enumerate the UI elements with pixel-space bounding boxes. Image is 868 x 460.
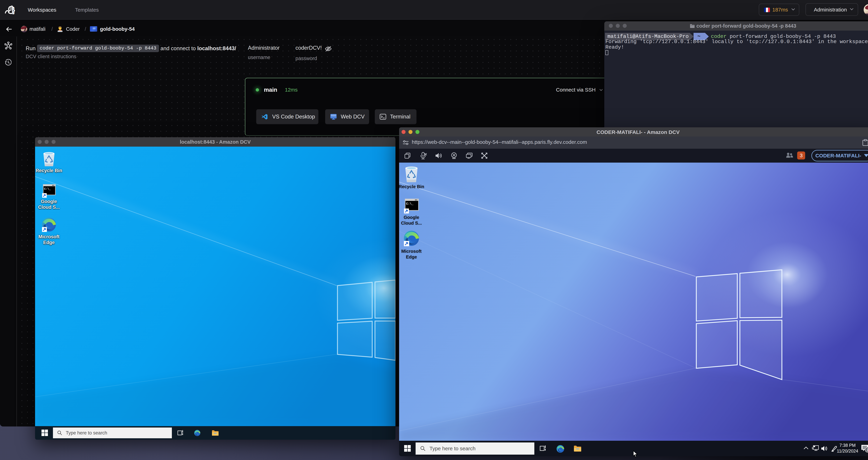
svg-text:}: } bbox=[12, 5, 15, 14]
svg-text:C:\_: C:\_ bbox=[44, 188, 51, 191]
svg-text:C:\_: C:\_ bbox=[406, 202, 413, 205]
